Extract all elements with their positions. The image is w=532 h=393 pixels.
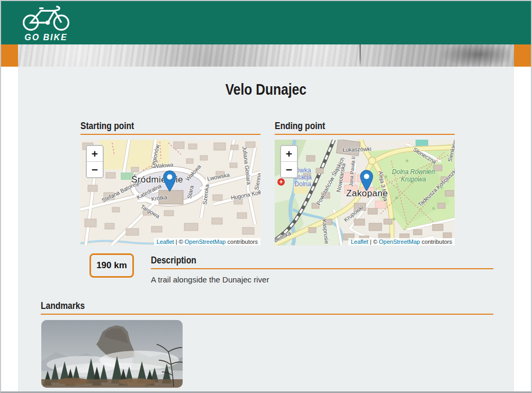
- starting-point-map[interactable]: Wałowa Wałowa Katedralna Krótka Targowa …: [80, 140, 260, 245]
- landmark-photo-image: [41, 320, 183, 388]
- distance-value: 190 km: [96, 260, 127, 271]
- brand-logo[interactable]: GO BIKE: [21, 3, 71, 43]
- banner: [1, 44, 531, 67]
- map-attribution: Leaflet | © OpenStreetMap contributors: [348, 238, 455, 245]
- start-map-tiles: [80, 140, 260, 245]
- page-title-text: Velo Dunajec: [226, 80, 306, 98]
- landmarks-heading-text: Landmarks: [41, 300, 85, 312]
- zoom-out-button[interactable]: −: [281, 161, 297, 177]
- description-text: A trail alongside the Dunajec river: [151, 275, 269, 284]
- description-heading: Description: [151, 254, 493, 269]
- end-map-tiles: [275, 140, 455, 245]
- site-header: GO BIKE: [1, 1, 531, 44]
- banner-dark-blotch: [441, 44, 510, 67]
- ending-point-heading: Ending point: [275, 120, 455, 135]
- starting-point-heading-text: Starting point: [80, 120, 134, 132]
- banner-texture-image: [18, 44, 514, 67]
- leaflet-link[interactable]: Leaflet: [157, 239, 174, 245]
- zoom-in-button[interactable]: +: [281, 146, 297, 161]
- openstreetmap-link[interactable]: OpenStreetMap: [379, 239, 420, 245]
- attribution-divider: | ©: [174, 239, 185, 245]
- start-marker-icon[interactable]: [163, 170, 176, 192]
- end-marker-icon[interactable]: [360, 170, 373, 191]
- attribution-suffix: contributors: [420, 239, 452, 245]
- distance-badge: 190 km: [89, 253, 134, 278]
- main-content: Velo Dunajec Starting point Ending point: [18, 67, 514, 391]
- zoom-control: + −: [280, 145, 298, 178]
- brand-name: GO BIKE: [21, 33, 71, 42]
- banner-scratch: [359, 44, 361, 67]
- page-title: Velo Dunajec: [18, 80, 514, 98]
- leaflet-link[interactable]: Leaflet: [351, 239, 368, 245]
- zoom-out-button[interactable]: −: [87, 161, 103, 177]
- page: GO BIKE Velo Dunajec Starting point Endi…: [0, 0, 532, 393]
- banner-corner-right: [514, 44, 531, 67]
- bicycle-icon: [21, 3, 71, 33]
- landmarks-heading: Landmarks: [41, 300, 493, 315]
- attribution-suffix: contributors: [226, 239, 258, 245]
- map-attribution: Leaflet | © OpenStreetMap contributors: [154, 238, 260, 245]
- description-heading-text: Description: [151, 254, 196, 266]
- banner-corner-left: [1, 44, 18, 67]
- ending-point-heading-text: Ending point: [275, 120, 325, 132]
- zoom-control: + −: [86, 145, 104, 178]
- zoom-in-button[interactable]: +: [87, 146, 103, 161]
- hospital-icon: +: [277, 178, 285, 186]
- ending-point-map[interactable]: Łukaszówki Powstańców Śląskich Nowotarsk…: [275, 140, 455, 245]
- openstreetmap-link[interactable]: OpenStreetMap: [185, 239, 226, 245]
- starting-point-heading: Starting point: [80, 120, 260, 135]
- attribution-divider: | ©: [368, 239, 379, 245]
- landmark-photo: [41, 320, 183, 388]
